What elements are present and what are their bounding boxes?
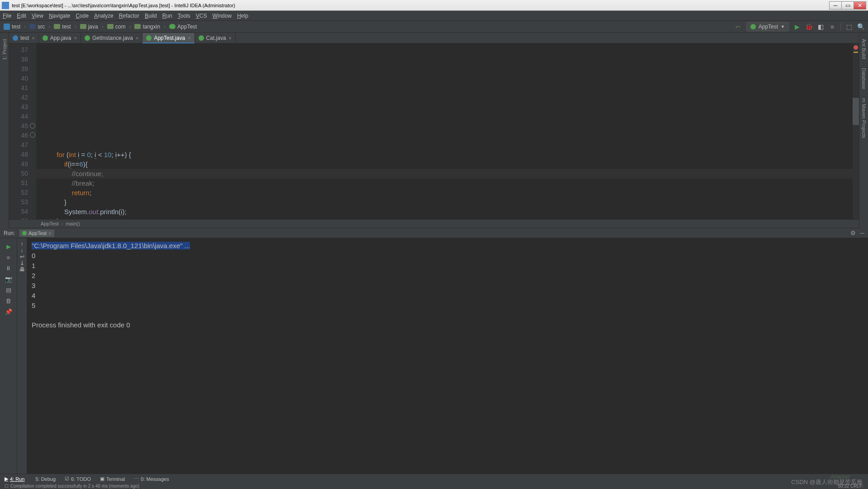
- line-number[interactable]: 54: [9, 207, 28, 216]
- line-number[interactable]: 45: [9, 121, 28, 131]
- gear-icon[interactable]: ⚙: [850, 230, 856, 236]
- build-icon[interactable]: ⤺: [735, 23, 742, 30]
- close-button[interactable]: ✕: [854, 1, 866, 10]
- breadcrumb-item[interactable]: tangxin: [134, 24, 160, 30]
- bottom-tab[interactable]: ▣Terminal: [100, 476, 125, 482]
- breadcrumb-item[interactable]: AppTest: [169, 24, 197, 30]
- rail-maven[interactable]: m Maven Projects: [861, 98, 867, 138]
- pause-button[interactable]: ⏸: [5, 264, 12, 272]
- bottom-tab[interactable]: ☑6: TODO: [65, 476, 91, 482]
- app-icon: [2, 2, 9, 9]
- stop-button[interactable]: ■: [829, 23, 836, 30]
- debug-button[interactable]: 🐞: [805, 23, 812, 30]
- bottom-tab[interactable]: ▶4: Run: [5, 476, 24, 482]
- line-number[interactable]: 47: [9, 140, 28, 150]
- line-number[interactable]: 53: [9, 197, 28, 207]
- exit-line: Process finished with exit code 0: [32, 321, 130, 329]
- file-tab[interactable]: GetInstance.java×: [81, 33, 143, 43]
- menu-code[interactable]: Code: [76, 13, 89, 19]
- menu-edit[interactable]: Edit: [17, 13, 26, 19]
- line-number[interactable]: 46: [9, 131, 28, 140]
- menu-vcs[interactable]: VCS: [196, 13, 207, 19]
- bottom-tool-tabs: ▶4: Run5: Debug☑6: TODO▣Terminal⋯0: Mess…: [0, 474, 868, 484]
- editor-gutter[interactable]: 37383940414243444546474849505152535455: [9, 43, 36, 219]
- run-button[interactable]: ▶: [793, 23, 801, 30]
- file-icon: [199, 35, 204, 41]
- menu-tools[interactable]: Tools: [178, 13, 190, 19]
- line-number[interactable]: 43: [9, 102, 28, 112]
- run-output[interactable]: "C:\Program Files\Java\jdk1.8.0_121\bin\…: [27, 238, 868, 478]
- bottom-tab[interactable]: 5: Debug: [33, 476, 56, 482]
- scrollbar-thumb[interactable]: [853, 98, 859, 125]
- rail-project[interactable]: 1: Project: [2, 39, 7, 60]
- line-number[interactable]: 48: [9, 150, 28, 159]
- output-line: 2: [32, 272, 35, 279]
- editor-right-marker-bar[interactable]: [853, 43, 859, 219]
- run-panel-tab[interactable]: AppTest ×: [19, 230, 54, 237]
- file-tab[interactable]: Cat.java×: [195, 33, 236, 43]
- coverage-button[interactable]: ◧: [817, 23, 824, 30]
- line-number[interactable]: 44: [9, 112, 28, 121]
- line-number[interactable]: 41: [9, 83, 28, 93]
- delete-icon[interactable]: 🗑: [5, 297, 12, 304]
- close-icon[interactable]: ×: [136, 35, 138, 41]
- maximize-button[interactable]: ▭: [841, 1, 854, 10]
- line-number[interactable]: 52: [9, 188, 28, 197]
- pin-icon[interactable]: 📌: [5, 308, 12, 315]
- line-number[interactable]: 42: [9, 93, 28, 102]
- menu-file[interactable]: File: [3, 13, 11, 19]
- update-button[interactable]: ⬚: [845, 23, 853, 30]
- menu-view[interactable]: View: [32, 13, 43, 19]
- file-tab[interactable]: AppTest.java×: [142, 33, 194, 43]
- dump-icon[interactable]: 📷: [5, 275, 12, 283]
- line-number[interactable]: 49: [9, 159, 28, 169]
- menu-run[interactable]: Run: [162, 13, 172, 19]
- menu-analyze[interactable]: Analyze: [94, 13, 114, 19]
- rerun-button[interactable]: ▶: [5, 243, 12, 250]
- rail-database[interactable]: Database: [861, 68, 867, 89]
- file-tab[interactable]: App.java×: [39, 33, 81, 43]
- close-icon[interactable]: ×: [32, 35, 34, 41]
- menu-navigate[interactable]: Navigate: [49, 13, 70, 19]
- gutter-marker-icon[interactable]: [30, 132, 35, 138]
- line-number[interactable]: 40: [9, 74, 28, 83]
- breadcrumb-class[interactable]: AppTest: [41, 221, 59, 226]
- line-number[interactable]: 38: [9, 55, 28, 64]
- print-icon[interactable]: 🖶: [19, 266, 25, 273]
- bottom-tab[interactable]: ⋯0: Messages: [134, 476, 169, 482]
- minimize-panel-icon[interactable]: ─: [860, 230, 864, 236]
- breadcrumb-item[interactable]: src: [29, 24, 45, 30]
- scroll-to-end-icon[interactable]: ⤓: [20, 260, 24, 266]
- breadcrumb-item[interactable]: test: [54, 24, 71, 30]
- gutter-marker-icon[interactable]: [30, 123, 35, 129]
- search-icon[interactable]: 🔍: [857, 23, 864, 30]
- line-number[interactable]: 51: [9, 178, 28, 188]
- menu-help[interactable]: Help: [237, 13, 248, 19]
- menu-window[interactable]: Window: [212, 13, 232, 19]
- run-config-selector[interactable]: AppTest ▼: [746, 22, 789, 31]
- breadcrumb-item[interactable]: com: [107, 24, 126, 30]
- breadcrumb-item[interactable]: java: [80, 24, 98, 30]
- code-editor[interactable]: for (int i = 0; i < 10; i++) { if(i==6){…: [36, 43, 853, 219]
- line-number[interactable]: 50: [9, 169, 28, 178]
- menu-refactor[interactable]: Refactor: [119, 13, 139, 19]
- up-icon[interactable]: ↑: [21, 241, 24, 247]
- line-number[interactable]: 37: [9, 45, 28, 55]
- rail-ant[interactable]: Ant Build: [861, 39, 867, 59]
- layout-icon[interactable]: ▤: [5, 286, 12, 293]
- menu-build[interactable]: Build: [145, 13, 157, 19]
- breadcrumb-item[interactable]: test: [4, 24, 20, 30]
- softwrap-icon[interactable]: ↩: [20, 254, 24, 260]
- file-tab[interactable]: test×: [9, 33, 39, 43]
- close-icon[interactable]: ×: [188, 35, 190, 41]
- minimize-button[interactable]: ─: [829, 1, 842, 10]
- breadcrumb-method[interactable]: main(): [66, 221, 80, 226]
- line-number[interactable]: 39: [9, 64, 28, 74]
- close-icon[interactable]: ×: [48, 230, 51, 236]
- down-icon[interactable]: ↓: [21, 247, 24, 254]
- error-marker-icon[interactable]: [854, 45, 858, 50]
- close-icon[interactable]: ×: [74, 35, 76, 41]
- close-icon[interactable]: ×: [229, 35, 232, 41]
- stop-run-button[interactable]: ■: [5, 254, 12, 261]
- warning-marker-icon[interactable]: [854, 52, 858, 53]
